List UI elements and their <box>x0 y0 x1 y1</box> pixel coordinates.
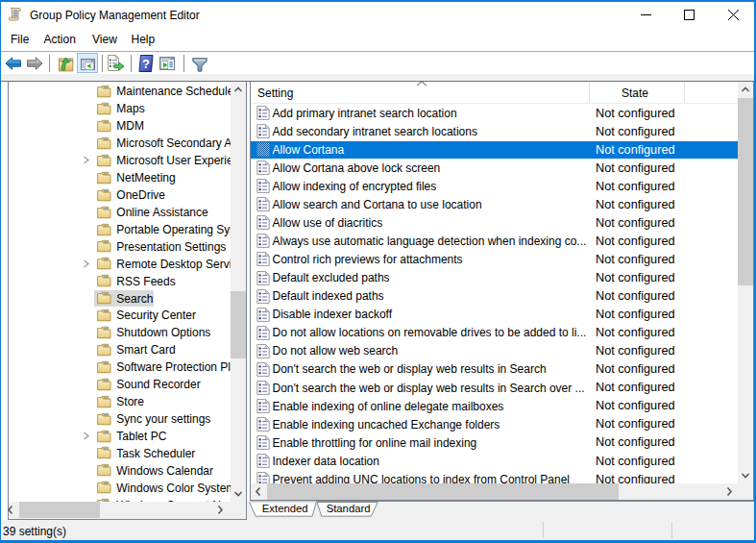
svg-text:Extended: Extended <box>262 503 308 514</box>
svg-text:Standard: Standard <box>327 503 371 514</box>
svg-text:?: ? <box>142 57 150 71</box>
